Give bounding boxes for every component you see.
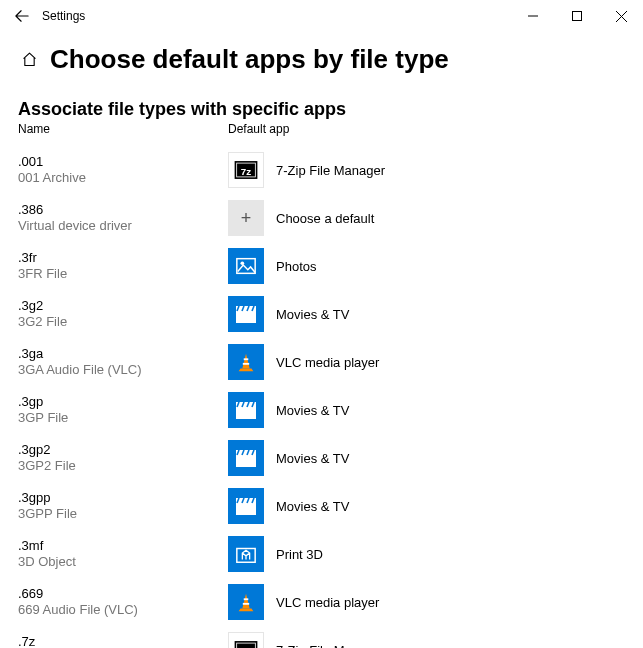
file-type-row: .3fr3FR File Photos (18, 242, 625, 290)
default-app-button[interactable]: 7z 7-Zip File Manager (228, 150, 385, 190)
file-type-info: .7z7z Archive (18, 635, 228, 648)
default-app-name: 7-Zip File Manager (276, 643, 385, 649)
default-app-button[interactable]: Movies & TV (228, 438, 349, 478)
svg-rect-15 (243, 363, 249, 365)
file-extension: .3mf (18, 539, 220, 553)
file-description: 3D Object (18, 555, 220, 569)
file-extension: .3g2 (18, 299, 220, 313)
page-title: Choose default apps by file type (50, 44, 449, 75)
file-extension: .3gp2 (18, 443, 220, 457)
file-type-row: .3gp23GP2 File Movies & TV (18, 434, 625, 482)
file-extension: .3gpp (18, 491, 220, 505)
file-description: 3GPP File (18, 507, 220, 521)
file-type-info: .3g23G2 File (18, 299, 228, 329)
svg-rect-16 (236, 407, 256, 419)
file-type-row: .7z7z Archive 7z 7-Zip File Manager (18, 626, 625, 648)
file-description: 001 Archive (18, 171, 220, 185)
minimize-button[interactable] (511, 2, 555, 30)
print3d-icon (228, 536, 264, 572)
file-description: 3GP File (18, 411, 220, 425)
file-description: 3GP2 File (18, 459, 220, 473)
default-app-button[interactable]: Photos (228, 246, 316, 286)
file-type-row: .001001 Archive 7z 7-Zip File Manager (18, 146, 625, 194)
default-app-name: Movies & TV (276, 307, 349, 322)
default-app-name: Photos (276, 259, 316, 274)
file-type-row: .3gpp3GPP File Movies & TV (18, 482, 625, 530)
file-extension: .3ga (18, 347, 220, 361)
file-description: 3FR File (18, 267, 220, 281)
file-extension: .386 (18, 203, 220, 217)
close-icon (616, 11, 627, 22)
photos-icon (228, 248, 264, 284)
file-type-info: .3ga3GA Audio File (VLC) (18, 347, 228, 377)
svg-rect-32 (244, 598, 249, 600)
svg-rect-33 (243, 603, 249, 605)
file-type-info: .386Virtual device driver (18, 203, 228, 233)
home-button[interactable] (18, 49, 40, 71)
window-title: Settings (42, 9, 85, 23)
7zip-icon: 7z (228, 152, 264, 188)
movies-tv-icon (228, 488, 264, 524)
file-type-info: .669669 Audio File (VLC) (18, 587, 228, 617)
movies-tv-icon (228, 296, 264, 332)
file-type-info: .3mf3D Object (18, 539, 228, 569)
file-type-info: .3gp23GP2 File (18, 443, 228, 473)
titlebar: Settings (0, 0, 643, 32)
file-description: 669 Audio File (VLC) (18, 603, 220, 617)
default-app-button[interactable]: + Choose a default (228, 198, 374, 238)
file-description: Virtual device driver (18, 219, 220, 233)
file-type-row: .3ga3GA Audio File (VLC) VLC media playe… (18, 338, 625, 386)
file-type-row: .3mf3D Object Print 3D (18, 530, 625, 578)
close-button[interactable] (599, 2, 643, 30)
default-app-button[interactable]: 7z 7-Zip File Manager (228, 630, 385, 648)
file-extension: .3gp (18, 395, 220, 409)
svg-rect-7 (237, 259, 255, 274)
default-app-name: Movies & TV (276, 451, 349, 466)
default-app-button[interactable]: VLC media player (228, 342, 379, 382)
default-app-button[interactable]: Movies & TV (228, 294, 349, 334)
file-description: 3GA Audio File (VLC) (18, 363, 220, 377)
file-type-row: .386Virtual device driver + Choose a def… (18, 194, 625, 242)
svg-text:7z: 7z (241, 166, 251, 177)
default-app-name: VLC media player (276, 355, 379, 370)
content-area: Associate file types with specific apps … (0, 83, 643, 648)
vlc-icon (228, 344, 264, 380)
svg-rect-14 (244, 358, 249, 360)
movies-tv-icon (228, 440, 264, 476)
back-arrow-icon (15, 9, 29, 23)
page-header: Choose default apps by file type (0, 32, 643, 83)
file-type-info: .3gp3GP File (18, 395, 228, 425)
default-app-button[interactable]: Movies & TV (228, 390, 349, 430)
default-app-button[interactable]: Movies & TV (228, 486, 349, 526)
default-app-name: VLC media player (276, 595, 379, 610)
file-extension: .669 (18, 587, 220, 601)
default-app-name: Movies & TV (276, 499, 349, 514)
svg-rect-9 (236, 311, 256, 323)
default-app-name: Movies & TV (276, 403, 349, 418)
file-type-row: .669669 Audio File (VLC) VLC media playe… (18, 578, 625, 626)
minimize-icon (528, 11, 538, 21)
default-app-button[interactable]: VLC media player (228, 582, 379, 622)
maximize-button[interactable] (555, 2, 599, 30)
vlc-icon (228, 584, 264, 620)
svg-rect-1 (573, 12, 582, 21)
back-button[interactable] (8, 2, 36, 30)
file-type-row: .3gp3GP File Movies & TV (18, 386, 625, 434)
svg-rect-26 (236, 503, 256, 515)
column-headers: Name Default app (18, 122, 625, 136)
default-app-name: Print 3D (276, 547, 323, 562)
column-default-app: Default app (228, 122, 289, 136)
file-extension: .7z (18, 635, 220, 648)
default-app-name: Choose a default (276, 211, 374, 226)
7zip-icon: 7z (228, 632, 264, 648)
file-extension: .3fr (18, 251, 220, 265)
window-controls (511, 2, 643, 30)
file-type-info: .3gpp3GPP File (18, 491, 228, 521)
file-type-row: .3g23G2 File Movies & TV (18, 290, 625, 338)
column-name: Name (18, 122, 228, 136)
default-app-button[interactable]: Print 3D (228, 534, 323, 574)
choose-default-icon: + (228, 200, 264, 236)
section-heading: Associate file types with specific apps (18, 99, 625, 120)
file-type-info: .3fr3FR File (18, 251, 228, 281)
file-extension: .001 (18, 155, 220, 169)
